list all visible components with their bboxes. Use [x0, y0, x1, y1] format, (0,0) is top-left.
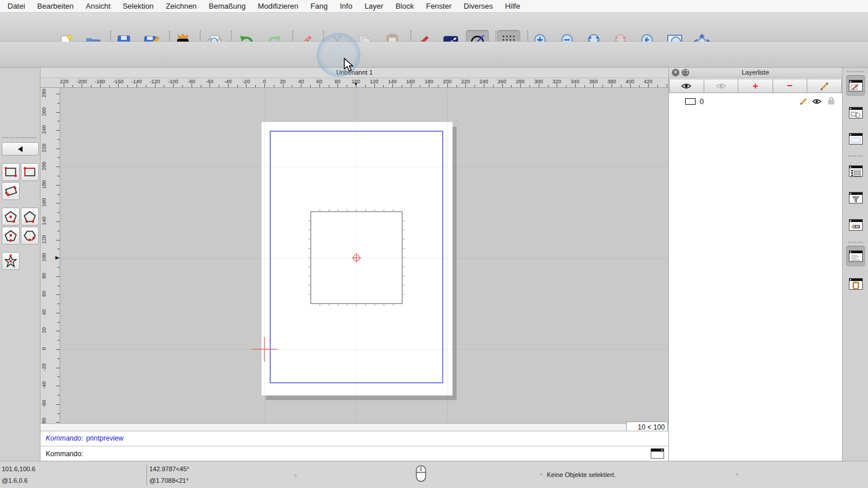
dock-strip [842, 68, 868, 461]
tool-star[interactable] [2, 252, 20, 270]
layer-panel: ✕ ❐ Layerliste + − [668, 68, 842, 461]
status-bar: 101.6,100.6 @1.6,0.6 142.9787<45° @1.708… [0, 461, 868, 488]
menu-item-diverses[interactable]: Diverses [464, 2, 493, 10]
back-arrow-icon [17, 146, 24, 153]
entities-layer [60, 88, 668, 423]
layer-edit-pencil-icon[interactable] [800, 97, 808, 107]
rectangle-2corners-icon [3, 166, 18, 178]
v-ruler: 280260240220200180160140120100806040200-… [41, 88, 60, 423]
command-history-prompt: Kommando: [46, 434, 83, 442]
layer-row[interactable]: 0 [669, 95, 842, 108]
polygon-2corners-icon [23, 210, 37, 223]
add-layer-button[interactable]: + [738, 79, 773, 93]
h-ruler: -220-200-180-160-140-120-100-80-60-40-20… [60, 78, 668, 88]
mouse-cursor [343, 58, 355, 73]
tool-polygon-center-side[interactable] [2, 227, 20, 245]
main-toolbar: SVG [0, 13, 868, 42]
menu-item-fang[interactable]: Fang [311, 2, 328, 10]
layer-color-swatch [685, 98, 696, 105]
tool-polygon-center-corner[interactable] [2, 208, 20, 225]
command-input[interactable] [86, 448, 647, 460]
dock-property-editor-icon [849, 219, 863, 231]
dock-selection-filter-button[interactable] [846, 187, 865, 208]
dock-layer-list-icon [849, 80, 863, 91]
dock-layer-list-button[interactable] [846, 75, 865, 96]
menu-item-info[interactable]: Info [340, 2, 352, 10]
menu-item-bemassung[interactable]: Bemaßung [209, 2, 246, 10]
v-ruler-position-marker: ▶ [56, 255, 59, 260]
tool-rectangle-3points[interactable] [2, 182, 20, 200]
show-all-layers-icon [681, 83, 692, 90]
dock-views-icon [849, 133, 863, 145]
hide-all-layers-icon [716, 83, 726, 90]
command-history-value: printpreview [86, 434, 124, 442]
command-row: Kommando: [41, 446, 668, 461]
dock-library-browser-button[interactable] [846, 161, 865, 182]
abs-cartesian-coords: 101.6,100.6 [2, 465, 35, 472]
remove-layer-icon: − [787, 83, 793, 89]
tool-palette [0, 68, 41, 461]
panel-close-icon[interactable]: ✕ [672, 69, 679, 76]
dock-views-button[interactable] [846, 128, 865, 149]
ruler-corner [41, 78, 60, 88]
mouse-status-icon [415, 465, 426, 482]
dock-clipboard-icon [849, 278, 863, 290]
edit-layer-icon [820, 82, 829, 91]
rectangle-size-icon [23, 166, 37, 178]
dock-command-history-button[interactable] [846, 246, 865, 267]
menu-item-modifizieren[interactable]: Modifizieren [258, 2, 298, 10]
dock-grip[interactable] [847, 71, 863, 72]
layer-panel-title: Layerliste [742, 69, 769, 76]
layer-lock-icon[interactable] [827, 96, 835, 106]
remove-layer-button[interactable]: − [773, 79, 808, 93]
menu-item-ansicht[interactable]: Ansicht [86, 2, 111, 10]
hide-all-layers-button[interactable] [704, 79, 739, 93]
tool-rectangle-size[interactable] [21, 163, 39, 181]
dock-selection-filter-icon [849, 192, 863, 204]
polygon-center-side-icon [3, 229, 18, 242]
dock-property-editor-button[interactable] [846, 215, 865, 235]
dock-clipboard-button[interactable] [846, 273, 865, 294]
print-preview-toolbar: PDF Skalierung: 1:1 ▲▼ [0, 42, 868, 68]
menu-item-block[interactable]: Block [395, 2, 414, 10]
tool-rectangle-2corners[interactable] [2, 163, 20, 181]
edit-layer-button[interactable] [807, 79, 842, 93]
palette-grip[interactable] [2, 137, 36, 138]
add-layer-icon: + [753, 83, 759, 89]
center-point-marker [352, 253, 361, 263]
polygon-side-side-icon [23, 229, 37, 242]
dock-block-list-button[interactable] [846, 102, 865, 123]
show-all-layers-button[interactable] [669, 79, 704, 93]
command-dock-icon[interactable] [650, 448, 664, 459]
panel-float-icon[interactable]: ❐ [682, 69, 689, 76]
menu-bar: DateiBearbeitenAnsichtSelektionZeichnenB… [0, 0, 868, 13]
tool-polygon-side-side[interactable] [21, 227, 39, 245]
back-button[interactable] [2, 142, 39, 156]
star-icon [3, 254, 18, 268]
abs-polar-coords: 142.9787<45° [149, 465, 189, 472]
selection-status: Keine Objekte selektiert. [547, 471, 616, 478]
layer-panel-titlebar: ✕ ❐ Layerliste [669, 68, 842, 78]
dock-library-browser-icon [849, 165, 863, 177]
menu-item-zeichnen[interactable]: Zeichnen [165, 2, 196, 10]
menu-item-fenster[interactable]: Fenster [426, 2, 451, 10]
command-history: Kommando:printpreview [41, 431, 668, 446]
tool-polygon-2corners[interactable] [21, 208, 39, 225]
rel-cartesian-coords: @1.6,0.6 [2, 477, 28, 484]
qcad-window: DateiBearbeitenAnsichtSelektionZeichnenB… [0, 0, 868, 488]
dock-block-list-icon [849, 107, 863, 119]
h-ruler-position-marker: ▼ [354, 82, 358, 87]
menu-item-selektion[interactable]: Selektion [123, 2, 153, 10]
origin-crosshair [252, 337, 277, 362]
drawing-canvas[interactable] [60, 88, 668, 423]
menu-item-bearbeiten[interactable]: Bearbeiten [37, 2, 73, 10]
menu-item-hilfe[interactable]: Hilfe [505, 2, 520, 10]
rectangle-3points-icon [3, 184, 18, 198]
rel-polar-coords: @1.7088<21° [149, 477, 189, 484]
menu-item-layer[interactable]: Layer [365, 2, 384, 10]
layer-visible-eye-icon[interactable] [812, 98, 822, 106]
menu-item-datei[interactable]: Datei [8, 2, 25, 10]
command-prompt-label: Kommando: [46, 450, 83, 458]
layer-name: 0 [700, 97, 704, 106]
h-scrollbar-track[interactable] [41, 423, 668, 431]
